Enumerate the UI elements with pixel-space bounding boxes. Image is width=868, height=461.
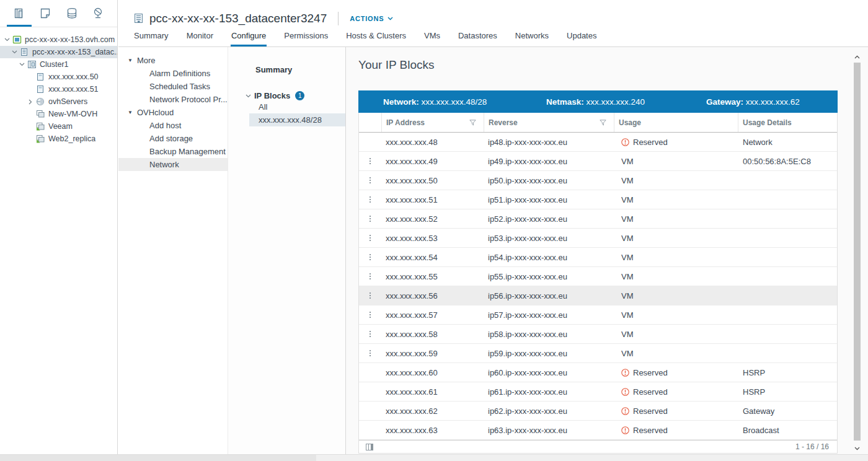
ip-block-list-item[interactable]: All (249, 100, 345, 113)
table-row[interactable]: xxx.xxx.xxx.55ip55.ip-xxx-xxx-xxx.euVM (359, 267, 837, 286)
column-settings-icon[interactable] (366, 444, 373, 450)
tab-configure[interactable]: Configure (231, 29, 267, 46)
kebab-menu-icon[interactable] (367, 271, 373, 282)
table-row[interactable]: xxx.xxx.xxx.63ip63.ip-xxx-xxx-xxx.euRese… (359, 421, 837, 440)
usage-label: VM (621, 157, 634, 166)
kebab-menu-icon[interactable] (367, 290, 373, 301)
workspace: ▼MoreAlarm DefinitionsScheduled TasksNet… (118, 47, 868, 454)
column-header-usage[interactable]: Usage (614, 113, 738, 132)
reserved-icon (621, 369, 629, 377)
kebab-menu-icon[interactable] (367, 175, 373, 186)
kebab-menu-icon[interactable] (367, 328, 373, 340)
row-actions-cell (359, 348, 381, 359)
table-row[interactable]: xxx.xxx.xxx.49ip49.ip-xxx-xxx-xxx.euVM00… (359, 152, 837, 171)
scroll-down-icon[interactable] (852, 444, 862, 453)
tree-item[interactable]: xxx.xxx.xxx.51 (0, 83, 117, 95)
reverse-cell: ip52.ip-xxx-xxx-xxx.eu (484, 214, 614, 224)
tab-summary[interactable]: Summary (133, 29, 169, 46)
configure-group-label: OVHcloud (137, 108, 174, 117)
filter-icon[interactable] (469, 120, 476, 126)
chevron-right-icon[interactable] (26, 99, 35, 105)
tab-datastores[interactable]: Datastores (458, 29, 498, 46)
kebab-menu-icon[interactable] (367, 156, 373, 167)
tab-hosts-clusters[interactable]: Hosts & Clusters (345, 29, 407, 46)
usage-cell: VM (614, 234, 738, 243)
configure-group-more[interactable]: ▼More (118, 54, 228, 67)
tab-permissions[interactable]: Permissions (283, 29, 329, 46)
pagination-label: 1 - 16 / 16 (795, 442, 829, 451)
table-row[interactable]: xxx.xxx.xxx.62ip62.ip-xxx-xxx-xxx.euRese… (359, 402, 837, 421)
configure-item-add-storage[interactable]: Add storage (118, 132, 228, 145)
storage-icon[interactable] (61, 0, 82, 27)
table-row[interactable]: xxx.xxx.xxx.51ip51.ip-xxx-xxx-xxx.euVM (359, 190, 837, 209)
column-header-ip-address[interactable]: IP Address (381, 113, 484, 132)
chevron-down-icon[interactable] (2, 38, 11, 42)
networks-icon[interactable] (87, 0, 108, 27)
reverse-cell: ip54.ip-xxx-xxx-xxx.eu (484, 253, 614, 262)
configure-item-network[interactable]: Network (118, 158, 228, 171)
vms-and-templates-icon[interactable] (35, 0, 56, 27)
usage-label: VM (621, 195, 634, 204)
configure-item-alarm-definitions[interactable]: Alarm Definitions (118, 67, 228, 80)
resource-pool-icon (35, 97, 46, 106)
chevron-down-icon[interactable] (17, 63, 26, 66)
reverse-cell: ip60.ip-xxx-xxx-xxx.eu (484, 368, 614, 377)
chevron-down-icon[interactable] (10, 50, 19, 54)
ip-address-cell: xxx.xxx.xxx.52 (381, 214, 484, 224)
usage-cell: Reserved (614, 368, 738, 377)
actions-menu-button[interactable]: ACTIONS (338, 12, 393, 25)
tab-vms[interactable]: VMs (423, 29, 441, 46)
kebab-menu-icon[interactable] (367, 348, 373, 359)
tree-item[interactable]: xxx.xxx.xxx.50 (0, 71, 117, 83)
table-row[interactable]: xxx.xxx.xxx.50ip50.ip-xxx-xxx-xxx.euVM (359, 171, 837, 190)
reverse-cell: ip49.ip-xxx-xxx-xxx.eu (484, 157, 614, 166)
tree-item[interactable]: pcc-xx-xx-xx-153.ovh.com (0, 33, 117, 46)
table-row[interactable]: xxx.xxx.xxx.48ip48.ip-xxx-xxx-xxx.euRese… (359, 133, 837, 152)
vm-icon (35, 110, 46, 118)
object-navigator: pcc-xx-xx-xx-153.ovh.compcc-xx-xx-xx-153… (0, 0, 118, 454)
configure-item-add-host[interactable]: Add host (118, 119, 228, 132)
kebab-menu-icon[interactable] (367, 252, 373, 263)
tree-item[interactable]: ovhServers (0, 95, 117, 108)
configure-group-ovhcloud[interactable]: ▼OVHcloud (118, 106, 228, 119)
row-actions-cell (359, 156, 381, 167)
vm-running-icon (35, 122, 46, 131)
kebab-menu-icon[interactable] (367, 213, 373, 224)
reverse-cell: ip61.ip-xxx-xxx-xxx.eu (484, 387, 614, 397)
filter-icon[interactable] (600, 120, 606, 126)
table-row[interactable]: xxx.xxx.xxx.58ip58.ip-xxx-xxx-xxx.euVM (359, 325, 837, 344)
table-row[interactable]: xxx.xxx.xxx.53ip53.ip-xxx-xxx-xxx.euVM (359, 229, 837, 248)
table-row[interactable]: xxx.xxx.xxx.52ip52.ip-xxx-xxx-xxx.euVM (359, 209, 837, 229)
vertical-scrollbar (852, 53, 862, 453)
table-row[interactable]: xxx.xxx.xxx.54ip54.ip-xxx-xxx-xxx.euVM (359, 248, 837, 267)
scrollbar-thumb[interactable] (854, 63, 861, 441)
ip-blocks-section-toggle[interactable]: IP Blocks 1 (228, 91, 345, 100)
row-actions-cell (359, 309, 381, 320)
tree-item[interactable]: Web2_replica (0, 133, 117, 145)
table-row[interactable]: xxx.xxx.xxx.57ip57.ip-xxx-xxx-xxx.euVM (359, 305, 837, 325)
tree-item[interactable]: Veeam (0, 120, 117, 133)
configure-item-network-protocol-pr-[interactable]: Network Protocol Pr... (118, 93, 228, 106)
usage-cell: VM (614, 349, 738, 358)
tab-networks[interactable]: Networks (515, 29, 549, 46)
kebab-menu-icon[interactable] (367, 232, 373, 244)
column-header-usage-details[interactable]: Usage Details (738, 113, 837, 132)
table-row[interactable]: xxx.xxx.xxx.61ip61.ip-xxx-xxx-xxx.euRese… (359, 382, 837, 402)
usage-cell: VM (614, 157, 738, 166)
scroll-up-icon[interactable] (852, 53, 862, 61)
kebab-menu-icon[interactable] (367, 309, 373, 320)
table-row[interactable]: xxx.xxx.xxx.56ip56.ip-xxx-xxx-xxx.euVM (359, 286, 837, 305)
tree-item[interactable]: Cluster1 (0, 58, 117, 71)
configure-item-backup-management[interactable]: Backup Management (118, 145, 228, 158)
configure-item-scheduled-tasks[interactable]: Scheduled Tasks (118, 80, 228, 93)
tab-updates[interactable]: Updates (566, 29, 597, 46)
tree-item[interactable]: pcc-xx-xx-xx-153_datac... (0, 46, 117, 58)
hosts-and-clusters-icon[interactable] (9, 0, 30, 27)
table-row[interactable]: xxx.xxx.xxx.60ip60.ip-xxx-xxx-xxx.euRese… (359, 363, 837, 382)
kebab-menu-icon[interactable] (367, 194, 373, 205)
column-header-reverse[interactable]: Reverse (484, 113, 614, 132)
table-row[interactable]: xxx.xxx.xxx.59ip59.ip-xxx-xxx-xxx.euVM (359, 344, 837, 363)
ip-block-list-item[interactable]: xxx.xxx.xxx.48/28 (249, 113, 345, 126)
tree-item[interactable]: New-VM-OVH (0, 108, 117, 120)
tab-monitor[interactable]: Monitor (186, 29, 214, 46)
